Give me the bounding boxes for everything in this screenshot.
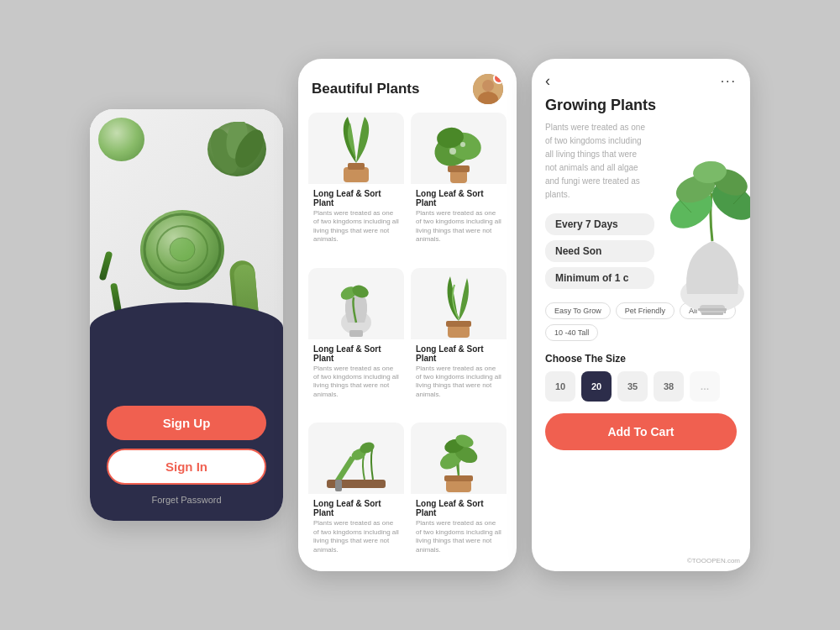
detail-content: Growing Plants Plants were treated as on… <box>532 97 750 571</box>
plant-name: Long Leaf & Sort Plant <box>416 344 501 363</box>
plant-name: Long Leaf & Sort Plant <box>313 344 399 363</box>
signin-button[interactable]: Sign In <box>107 449 266 485</box>
size-option-20[interactable]: 20 <box>581 371 612 402</box>
plant-desc: Plants were treated as one of two kingdo… <box>313 519 399 554</box>
svg-point-5 <box>170 238 195 261</box>
signup-button[interactable]: Sign Up <box>107 406 266 440</box>
detail-plant-desc: Plants were treated as one of two kingdo… <box>545 121 650 202</box>
back-button[interactable]: ‹ <box>545 72 550 90</box>
more-options-button[interactable]: ··· <box>721 74 737 89</box>
plant-name: Long Leaf & Sort Plant <box>416 499 501 517</box>
forget-password-link[interactable]: Forget Password <box>151 495 221 505</box>
tag-easy-grow[interactable]: Easy To Grow <box>545 302 611 319</box>
svg-rect-23 <box>446 321 471 327</box>
login-actions: Sign Up Sign In Forget Password <box>90 395 283 521</box>
size-selection: Choose The Size 10 20 35 38 … <box>532 346 750 405</box>
svg-point-17 <box>460 142 465 147</box>
plant-desc: Plants were treated as one of two kingdo… <box>416 209 501 244</box>
stat-watering: Every 7 Days <box>545 213 654 235</box>
stat-size: Minimum of 1 c <box>545 267 654 289</box>
svg-rect-22 <box>448 325 470 338</box>
hero-image <box>90 109 283 395</box>
plant-desc: Plants were treated as one of two kingdo… <box>313 209 399 244</box>
svg-rect-12 <box>448 165 470 172</box>
svg-rect-10 <box>348 163 365 170</box>
list-header: Beautiful Plants <box>298 59 517 113</box>
plant-card[interactable]: Long Leaf & Sort Plant Plants were treat… <box>308 268 404 417</box>
plant-list-screen: Beautiful Plants Long Leaf & So <box>298 59 517 571</box>
dark-wave <box>90 302 283 395</box>
svg-rect-25 <box>335 480 342 491</box>
size-option-35[interactable]: 35 <box>617 371 648 402</box>
main-succulent <box>140 210 224 290</box>
plant-card[interactable]: Long Leaf & Sort Plant Plants were treat… <box>411 268 507 417</box>
plant-image <box>308 423 404 494</box>
plant-card[interactable]: Long Leaf & Sort Plant Plants were treat… <box>411 113 507 261</box>
stat-sunlight: Need Son <box>545 240 654 262</box>
plant-image <box>411 113 507 184</box>
login-screen: Sign Up Sign In Forget Password <box>90 109 283 521</box>
size-option-more[interactable]: … <box>690 371 720 402</box>
plant-decoration-1 <box>98 118 144 161</box>
user-avatar[interactable] <box>473 74 503 104</box>
plant-desc: Plants were treated as one of two kingdo… <box>313 365 399 400</box>
detail-plant-title: Growing Plants <box>545 97 737 114</box>
plant-name: Long Leaf & Sort Plant <box>416 189 501 207</box>
plant-name: Long Leaf & Sort Plant <box>313 499 399 517</box>
plant-desc: Plants were treated as one of two kingdo… <box>416 365 501 400</box>
plant-desc: Plants were treated as one of two kingdo… <box>416 519 501 554</box>
plant-image <box>411 423 507 494</box>
svg-rect-37 <box>701 312 723 315</box>
detail-header: ‹ ··· <box>532 59 750 97</box>
size-options-row: 10 20 35 38 … <box>545 371 737 402</box>
plant-card[interactable]: Long Leaf & Sort Plant Plants were treat… <box>308 423 404 571</box>
svg-rect-29 <box>444 475 473 481</box>
plant-name: Long Leaf & Sort Plant <box>313 189 399 207</box>
watermark: ©TOOOPEN.com <box>687 557 740 564</box>
tag-height[interactable]: 10 -40 Tall <box>545 324 598 341</box>
size-option-38[interactable]: 38 <box>654 371 684 402</box>
svg-rect-36 <box>698 308 727 311</box>
svg-rect-19 <box>349 330 363 337</box>
plant-detail-screen: ‹ ··· Growing Plants Plants wer <box>532 59 750 571</box>
svg-point-16 <box>449 148 456 155</box>
plant-card[interactable]: Long Leaf & Sort Plant Plants were treat… <box>308 113 404 261</box>
plant-image <box>308 113 404 184</box>
detail-plant-illustration <box>649 147 750 315</box>
plant-card[interactable]: Long Leaf & Sort Plant Plants were treat… <box>411 423 507 571</box>
plant-decoration-2 <box>207 122 266 176</box>
plant-grid: Long Leaf & Sort Plant Plants were treat… <box>298 113 517 571</box>
plant-image <box>308 268 404 339</box>
plant-image <box>411 268 507 339</box>
add-to-cart-button[interactable]: Add To Cart <box>545 413 737 450</box>
size-option-10[interactable]: 10 <box>545 371 575 402</box>
list-title: Beautiful Plants <box>312 81 419 97</box>
svg-point-7 <box>482 80 494 92</box>
size-label: Choose The Size <box>545 353 737 365</box>
svg-rect-28 <box>446 480 471 492</box>
